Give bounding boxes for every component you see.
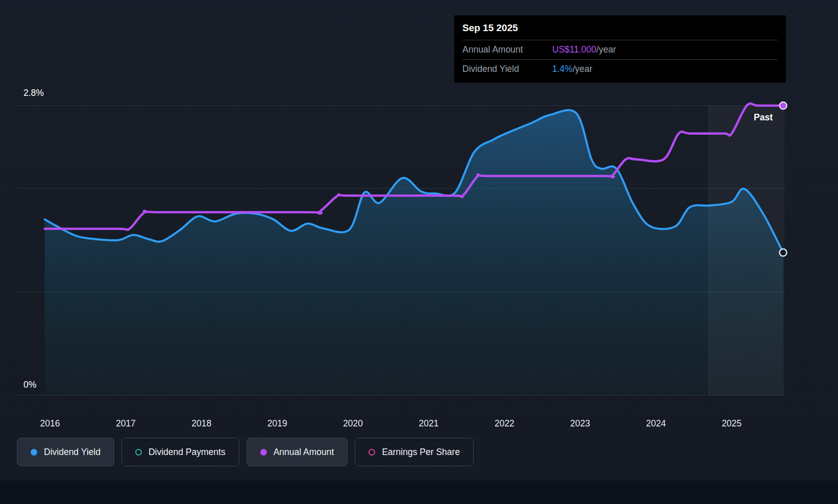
legend-label: Annual Amount xyxy=(274,447,334,458)
tooltip-value: 1.4% xyxy=(552,64,573,74)
footer-strip xyxy=(0,481,838,504)
chart-tooltip: Sep 15 2025 Annual Amount US$11.000/year… xyxy=(454,15,786,83)
x-axis-label: 2021 xyxy=(419,418,439,429)
dividend-payments-marker-icon xyxy=(135,449,142,456)
dividend-yield-area xyxy=(45,110,783,395)
dividend-yield-marker-icon xyxy=(31,449,37,456)
legend-label: Earnings Per Share xyxy=(382,447,460,458)
tooltip-row-dividend-yield: Dividend Yield 1.4%/year xyxy=(462,59,778,79)
y-axis-label-min: 0% xyxy=(23,380,36,390)
annual-amount-end-marker xyxy=(780,102,787,109)
legend-dividend-payments-button[interactable]: Dividend Payments xyxy=(121,438,239,466)
tooltip-label: Dividend Yield xyxy=(462,64,552,74)
legend-label: Dividend Yield xyxy=(44,447,101,458)
x-axis-label: 2016 xyxy=(40,418,60,429)
dividend-chart-page: 2.8% 0% 20162017201820192020202120222023… xyxy=(0,0,838,504)
tooltip-label: Annual Amount xyxy=(462,44,552,55)
x-axis-label: 2025 xyxy=(722,418,742,429)
legend-annual-amount-button[interactable]: Annual Amount xyxy=(247,438,348,466)
legend: Dividend Yield Dividend Payments Annual … xyxy=(17,438,474,466)
x-axis-label: 2022 xyxy=(495,418,514,429)
tooltip-value: US$11.000 xyxy=(552,44,596,55)
x-axis-label: 2017 xyxy=(116,418,136,429)
tooltip-suffix: /year xyxy=(573,64,593,74)
x-axis-label: 2018 xyxy=(191,418,211,429)
x-axis-label: 2023 xyxy=(570,418,590,429)
tooltip-row-annual-amount: Annual Amount US$11.000/year xyxy=(462,40,778,59)
legend-label: Dividend Payments xyxy=(149,447,226,458)
legend-earnings-per-share-button[interactable]: Earnings Per Share xyxy=(355,438,474,466)
earnings-per-share-marker-icon xyxy=(368,449,375,456)
dividend-yield-end-marker xyxy=(780,249,787,256)
past-region xyxy=(709,106,784,395)
tooltip-suffix: /year xyxy=(596,44,616,55)
x-axis-label: 2020 xyxy=(343,418,363,429)
annual-amount-marker-icon xyxy=(260,449,267,456)
legend-dividend-yield-button[interactable]: Dividend Yield xyxy=(17,438,114,466)
y-axis-label-max: 2.8% xyxy=(23,88,44,98)
tooltip-date: Sep 15 2025 xyxy=(462,22,778,40)
past-label: Past xyxy=(754,112,773,123)
x-axis-label: 2019 xyxy=(267,418,287,429)
x-axis-label: 2024 xyxy=(646,418,666,429)
